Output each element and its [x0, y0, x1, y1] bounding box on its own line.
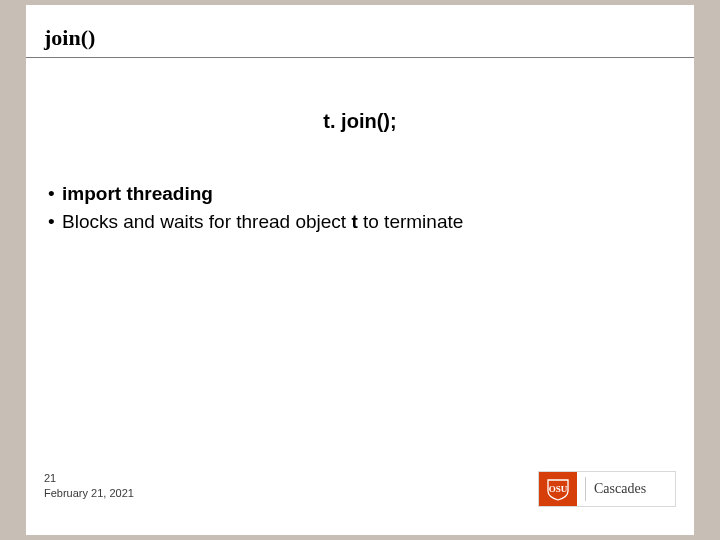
bullet-text-part: Blocks and waits for thread object [62, 211, 351, 232]
osu-cascades-logo: OSU Cascades [538, 471, 676, 507]
slide-title: join() [44, 25, 95, 51]
bullet-text: Blocks and waits for thread object t to … [62, 208, 463, 236]
bullet-item: • import threading [48, 180, 463, 208]
slide-date: February 21, 2021 [44, 486, 134, 500]
code-example: t. join(); [26, 110, 694, 133]
logo-divider [585, 477, 586, 501]
bullet-dot: • [48, 180, 62, 208]
slide-number: 21 [44, 471, 134, 485]
title-underline [26, 57, 694, 58]
slide-container: join() t. join(); • import threading • B… [26, 5, 694, 535]
logo-shield-icon: OSU [539, 472, 577, 506]
bullet-dot: • [48, 208, 62, 236]
bullet-text: import threading [62, 180, 213, 208]
slide-footer: 21 February 21, 2021 [44, 471, 134, 500]
svg-text:OSU: OSU [549, 484, 568, 494]
logo-text: Cascades [594, 481, 646, 497]
bullet-list: • import threading • Blocks and waits fo… [48, 180, 463, 235]
bullet-item: • Blocks and waits for thread object t t… [48, 208, 463, 236]
bullet-text-part: to terminate [358, 211, 464, 232]
